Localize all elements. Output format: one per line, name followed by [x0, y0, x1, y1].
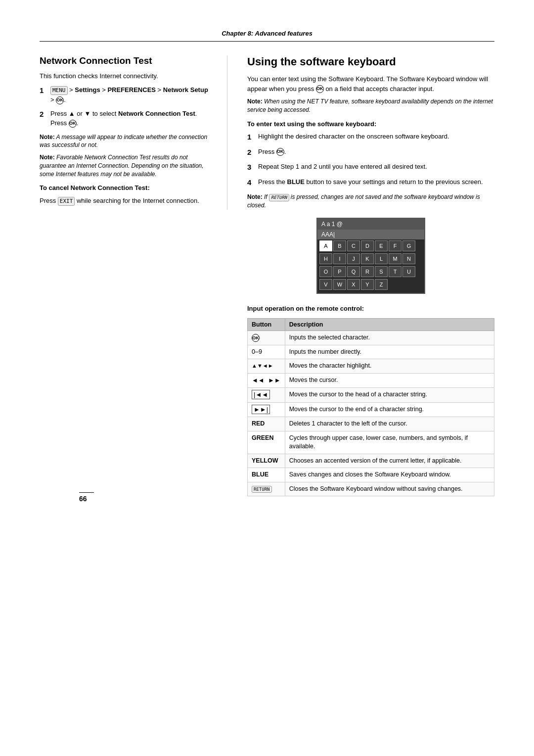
- kb-key-S[interactable]: S: [375, 266, 388, 277]
- table-row: ◄◄ ►►Moves the cursor.: [248, 373, 494, 388]
- kb-key-C[interactable]: C: [347, 240, 360, 251]
- kb-row-2: H I J K L M N: [317, 252, 424, 265]
- kb-key-L[interactable]: L: [375, 253, 388, 264]
- note-label: Note:: [247, 98, 263, 105]
- note2: Note: Favorable Network Connection Test …: [40, 153, 209, 178]
- keyboard-steps: 1 Highlight the desired character on the…: [247, 132, 494, 188]
- kb-key-T[interactable]: T: [389, 266, 401, 277]
- kb-key-D[interactable]: D: [361, 240, 374, 251]
- network-test-title: Network Connection Test: [40, 55, 209, 66]
- kb-key-X[interactable]: X: [347, 279, 360, 290]
- blue-button: BLUE: [252, 471, 268, 478]
- description-cell: Moves the character highlight.: [285, 359, 494, 374]
- kb-input-value: AAA|: [321, 231, 335, 238]
- step-item: 1 MENU > Settings > PREFERENCES > Networ…: [40, 85, 209, 105]
- description-cell: Chooses an accented version of the curre…: [285, 454, 494, 468]
- description-cell: Cycles through upper case, lower case, n…: [285, 431, 494, 454]
- note1-label: Note:: [40, 134, 55, 141]
- kb-key-J[interactable]: J: [347, 253, 360, 264]
- kb-key-N[interactable]: N: [402, 253, 415, 264]
- ok-button-icon: OK: [252, 334, 260, 342]
- kb-key-I[interactable]: I: [333, 253, 346, 264]
- kb-mode-display: A a 1 @: [321, 221, 343, 228]
- step-content: Repeat Step 1 and 2 until you have enter…: [258, 162, 494, 173]
- step-number: 1: [247, 132, 254, 143]
- description-cell: Closes the Software Keyboard window with…: [285, 482, 494, 496]
- right-column: Using the software keyboard You can ente…: [247, 55, 494, 496]
- kb-key-E[interactable]: E: [375, 240, 388, 251]
- kb-key-W[interactable]: W: [333, 279, 346, 290]
- kb-top-bar: A a 1 @: [317, 219, 424, 230]
- table-row: |◄◄Moves the cursor to the head of a cha…: [248, 388, 494, 403]
- table-row: YELLOWChooses an accented version of the…: [248, 454, 494, 468]
- kb-key-R[interactable]: R: [361, 266, 374, 277]
- step-content: MENU > Settings > PREFERENCES > Network …: [50, 85, 209, 105]
- kb-row-3: O P Q R S T U: [317, 265, 424, 278]
- software-keyboard-intro: You can enter text using the Software Ke…: [247, 74, 494, 94]
- kb-key-B[interactable]: B: [333, 240, 346, 251]
- kb-input-row: AAA|: [317, 230, 424, 239]
- step-number: 1: [40, 85, 46, 105]
- button-cell: 0–9: [248, 345, 285, 359]
- kb-key-A[interactable]: A: [319, 240, 332, 251]
- step-content: Press ▲ or ▼ to select Network Connectio…: [50, 109, 209, 128]
- arrow-keys: ▲▼◄►: [252, 362, 273, 370]
- step-item: 4 Press the BLUE button to save your set…: [247, 177, 494, 189]
- table-row: REDDeletes 1 character to the left of th…: [248, 417, 494, 431]
- table-col-button: Button: [248, 319, 285, 331]
- network-test-steps: 1 MENU > Settings > PREFERENCES > Networ…: [40, 85, 209, 128]
- skip-back-icon: |◄◄: [252, 390, 270, 399]
- button-cell: |◄◄: [248, 388, 285, 403]
- button-cell: YELLOW: [248, 454, 285, 468]
- step-number: 4: [247, 177, 254, 189]
- net-tv-note: Note: When using the NET TV feature, sof…: [247, 97, 494, 114]
- page-number: 66: [79, 492, 94, 503]
- return-button: RETURN: [252, 486, 272, 493]
- green-button: GREEN: [252, 434, 273, 441]
- kb-key-Y[interactable]: Y: [361, 279, 374, 290]
- remote-table: Button Description OKInputs the selected…: [247, 318, 494, 496]
- step-content: Press the BLUE button to save your setti…: [258, 177, 494, 189]
- kb-key-F[interactable]: F: [389, 240, 401, 251]
- description-cell: Moves the cursor to the head of a charac…: [285, 388, 494, 403]
- kb-key-V[interactable]: V: [319, 279, 332, 290]
- kb-row-1: A B C D E F G: [317, 239, 424, 252]
- main-content: Network Connection Test This function ch…: [40, 55, 494, 496]
- step-content: Highlight the desired character on the o…: [258, 132, 494, 143]
- description-cell: Moves the cursor.: [285, 373, 494, 388]
- step4-note-label: Note:: [247, 193, 263, 200]
- kb-key-H[interactable]: H: [319, 253, 332, 264]
- table-row: RETURNCloses the Software Keyboard windo…: [248, 482, 494, 496]
- left-column: Network Connection Test This function ch…: [40, 55, 227, 210]
- description-cell: Inputs the number directly.: [285, 345, 494, 359]
- ok-icon: OK: [56, 96, 64, 104]
- kb-key-Z[interactable]: Z: [375, 279, 388, 290]
- table-row: ►►|Moves the cursor to the end of a char…: [248, 402, 494, 417]
- number-keys: 0–9: [252, 348, 262, 355]
- button-cell: OK: [248, 331, 285, 345]
- kb-key-O[interactable]: O: [319, 266, 332, 277]
- ok-icon: OK: [316, 85, 324, 93]
- kb-key-Q[interactable]: Q: [347, 266, 360, 277]
- button-cell: GREEN: [248, 431, 285, 454]
- button-cell: ◄◄ ►►: [248, 373, 285, 388]
- button-cell: ►►|: [248, 402, 285, 417]
- kb-key-G[interactable]: G: [402, 240, 415, 251]
- kb-row-4: V W X Y Z: [317, 278, 424, 293]
- kb-key-U[interactable]: U: [402, 266, 415, 277]
- button-cell: ▲▼◄►: [248, 359, 285, 374]
- kb-key-K[interactable]: K: [361, 253, 374, 264]
- description-cell: Saves changes and closes the Software Ke…: [285, 468, 494, 482]
- remote-subhead: Input operation on the remote control:: [247, 304, 494, 314]
- kb-key-P[interactable]: P: [333, 266, 346, 277]
- button-cell: RETURN: [248, 482, 285, 496]
- chapter-header: Chapter 8: Advanced features: [40, 30, 494, 42]
- step-content: Press OK.: [258, 147, 494, 158]
- button-cell: RED: [248, 417, 285, 431]
- ok-icon: OK: [69, 120, 77, 128]
- table-row: ▲▼◄►Moves the character highlight.: [248, 359, 494, 374]
- note1: Note: A message will appear to indicate …: [40, 133, 209, 150]
- kb-key-M[interactable]: M: [389, 253, 401, 264]
- description-cell: Deletes 1 character to the left of the c…: [285, 417, 494, 431]
- yellow-button: YELLOW: [252, 457, 278, 464]
